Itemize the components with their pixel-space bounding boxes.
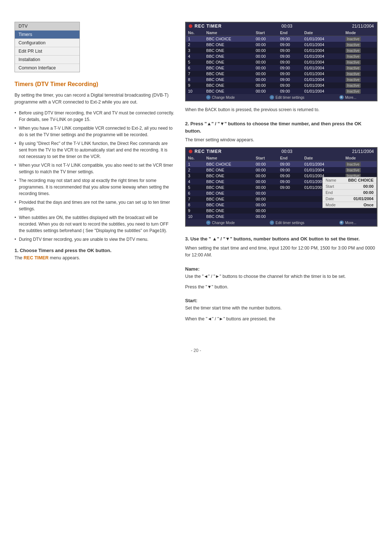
- cell-end: 09:00: [278, 185, 302, 190]
- cell-start: 00:00: [253, 196, 278, 202]
- rec-timer-panel-1: REC TIMER 00:03 21/11/2004 No. Name Star…: [185, 22, 377, 101]
- cell-start: 00:00: [253, 208, 278, 214]
- start-section-note: When the "◄" / "►" buttons are pressed, …: [185, 316, 377, 323]
- step1-label: 1. Choose Timers and press the OK button…: [15, 248, 174, 253]
- cell-name: BBC ONE: [204, 214, 253, 219]
- col-end-2: End: [278, 155, 302, 161]
- cell-start: 00:00: [253, 42, 278, 48]
- section-title: Timers (DTV Timer Recording): [15, 81, 174, 88]
- col-start: Start: [253, 30, 278, 36]
- rec-timer-table-1: No. Name Start End Date Mode 1 BBC CHOIC…: [186, 30, 377, 94]
- popup-start-label: Start: [326, 184, 334, 189]
- footer-more-label-2: More...: [345, 221, 356, 225]
- cell-end: [278, 208, 302, 214]
- start-section-label: Start:: [185, 298, 377, 303]
- table-row: 2 BBC ONE 00:00 09:00 01/01/2004 Inactiv…: [186, 42, 377, 48]
- cell-start: 00:00: [253, 36, 278, 42]
- cell-end: [278, 196, 302, 202]
- cell-start: 00:00: [253, 77, 278, 82]
- cell-start: 00:00: [253, 82, 278, 88]
- cell-no: 8: [186, 77, 204, 82]
- popup-mode-row: Mode Once: [323, 202, 376, 208]
- right-column: REC TIMER 00:03 21/11/2004 No. Name Star…: [185, 22, 377, 326]
- cell-date: 01/01/2004: [302, 71, 343, 77]
- cell-no: 4: [186, 179, 204, 185]
- table-row: 6 BBC ONE 00:00 09:00 01/01/2004 Inactiv…: [186, 65, 377, 71]
- footer-edit-label-2: Edit timer settings: [275, 221, 304, 225]
- dtv-menu-installation[interactable]: Installation: [15, 56, 79, 64]
- cell-name: BBC ONE: [204, 65, 253, 71]
- cell-no: 6: [186, 190, 204, 196]
- cell-date: 01/01/2004: [302, 82, 343, 88]
- table-row: 3 BBC ONE 00:00 09:00 01/01/2004 Inactiv…: [186, 48, 377, 53]
- cell-start: 00:00: [253, 185, 278, 190]
- bullet-item-3: By using "Direct Rec" of the T-V LINK fu…: [15, 140, 174, 160]
- table-row: 1 BBC CHOICE 00:00 09:00 01/01/2004 Inac…: [186, 36, 377, 42]
- bullet-item-1: Before using DTV timer recording, the VC…: [15, 110, 174, 123]
- cell-mode: Inactive: [343, 82, 377, 88]
- cell-end: [278, 202, 302, 208]
- popup-date-label: Date: [326, 197, 334, 201]
- footer-more-label-1: More...: [345, 96, 356, 100]
- cell-start: 00:00: [253, 167, 278, 173]
- cell-mode: Inactive: [343, 71, 377, 77]
- change-mode-icon-1: ↔: [206, 95, 211, 100]
- table-row: 5 BBC ONE 00:00 09:00 01/01/2004 Inactiv…: [186, 59, 377, 65]
- step2-description: The timer setting window appears.: [185, 137, 377, 143]
- dtv-menu-common-interface[interactable]: Common Interface: [15, 64, 79, 72]
- cell-name: BBC CHOICE: [204, 161, 253, 167]
- cell-start: 00:00: [253, 173, 278, 179]
- popup-end-value: 00:00: [363, 190, 373, 195]
- cell-name: BBC ONE: [204, 77, 253, 82]
- footer-edit-timer-2: ○ Edit timer settings: [270, 220, 304, 225]
- cell-start: 00:00: [253, 88, 278, 94]
- step3-note: When setting the start time and end time…: [185, 245, 377, 259]
- footer-change-mode-2: ↔ Change Mode: [206, 220, 235, 225]
- rec-timer-title-1: REC TIMER: [195, 24, 222, 29]
- dtv-menu-edit-pr-list[interactable]: Edit PR List: [15, 47, 79, 56]
- cell-start: 00:00: [253, 71, 278, 77]
- cell-mode: [343, 214, 377, 219]
- cell-start: 00:00: [253, 53, 278, 59]
- table-row: 10 BBC ONE 00:00: [186, 214, 377, 219]
- rec-dot-icon-2: [189, 150, 192, 153]
- cell-end: [278, 214, 302, 219]
- cell-no: 7: [186, 71, 204, 77]
- dtv-menu-configuration[interactable]: Configuration: [15, 39, 79, 47]
- bullet-item-7: When subtitles are ON, the subtitles dis…: [15, 214, 174, 234]
- footer-change-mode-label-2: Change Mode: [212, 221, 235, 225]
- cell-no: 2: [186, 167, 204, 173]
- cell-mode: Inactive: [343, 36, 377, 42]
- cell-no: 5: [186, 59, 204, 65]
- cell-date: 01/01/2004: [302, 167, 343, 173]
- cell-end: 09:00: [278, 65, 302, 71]
- cell-mode: Inactive: [343, 48, 377, 53]
- name-section-sub: Press the "▼" button.: [185, 284, 377, 291]
- rec-timer-time-2: 00:03: [281, 149, 292, 154]
- cell-date: 01/01/2004: [302, 36, 343, 42]
- cell-start: 00:00: [253, 179, 278, 185]
- rec-timer-header-2: REC TIMER 00:03 21/11/2004: [186, 148, 377, 155]
- cell-name: BBC ONE: [204, 82, 253, 88]
- cell-name: BBC ONE: [204, 88, 253, 94]
- cell-date: 01/01/2004: [302, 59, 343, 65]
- cell-mode: Inactive: [343, 53, 377, 59]
- rec-timer-footer-1: ↔ Change Mode ○ Edit timer settings ⊕ Mo…: [186, 94, 377, 101]
- bullet-item-2: When you have a T-V LINK compatible VCR …: [15, 125, 174, 138]
- name-section-text: Use the "◄" / "►" buttons to choose the …: [185, 273, 377, 280]
- step1-description: The REC TIMER menu appears.: [15, 255, 174, 262]
- dtv-menu-header[interactable]: DTV: [15, 22, 79, 31]
- rec-timer-date-1: 21/11/2004: [352, 24, 374, 29]
- popup-date-row: Date 01/01/2004: [323, 196, 376, 202]
- change-mode-icon-2: ↔: [206, 220, 211, 225]
- dtv-menu-timers[interactable]: Timers: [15, 31, 79, 39]
- table-row: 10 BBC ONE 00:00 09:00 01/01/2004 Inacti…: [186, 88, 377, 94]
- more-icon-2: ⊕: [339, 220, 344, 225]
- cell-no: 10: [186, 88, 204, 94]
- cell-mode: [343, 208, 377, 214]
- cell-end: 09:00: [278, 173, 302, 179]
- rec-timer-title-2: REC TIMER: [195, 149, 222, 154]
- cell-start: 00:00: [253, 65, 278, 71]
- col-mode: Mode: [343, 30, 377, 36]
- cell-name: BBC ONE: [204, 173, 253, 179]
